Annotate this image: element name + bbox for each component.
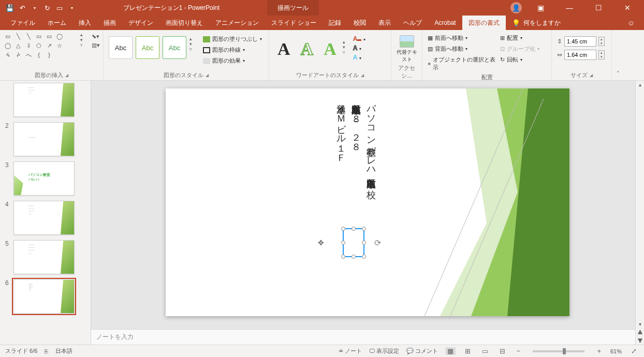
zoom-in-button[interactable]: + — [595, 347, 603, 355]
comments-button[interactable]: 💬 コメント — [406, 347, 438, 355]
dialog-launcher-icon[interactable]: ◢ — [361, 73, 364, 78]
tab-design[interactable]: デザイン — [122, 16, 159, 30]
height-input[interactable] — [564, 36, 596, 47]
tab-animations[interactable]: アニメーション — [209, 16, 265, 30]
wordart-more[interactable]: ▴▾▿ — [342, 32, 351, 55]
slideshow-view-icon[interactable]: ⊟ — [497, 347, 507, 355]
slide-thumbnail[interactable]: ││││││││ — [13, 279, 75, 314]
slide-text-line2[interactable]: 広島県広島市中区本通り８－２８ — [349, 98, 363, 146]
wordart-swatch[interactable]: A — [324, 39, 336, 59]
tab-file[interactable]: ファイル — [4, 16, 41, 30]
minimize-button[interactable]: — — [559, 4, 580, 12]
group-button[interactable]: ⊡グループ化 ▾ — [498, 44, 541, 54]
wordart-swatch[interactable]: A — [277, 39, 290, 59]
account-avatar[interactable]: 👤 — [510, 2, 522, 13]
undo-icon[interactable]: ↶ — [19, 4, 26, 11]
tab-view[interactable]: 表示 — [372, 16, 397, 30]
slide-sorter-icon[interactable]: ⊞ — [463, 347, 473, 355]
undo-dropdown-icon[interactable]: ▾ — [31, 4, 38, 11]
notes-button[interactable]: ≐ ノート — [339, 347, 362, 355]
redo-icon[interactable]: ↻ — [43, 4, 51, 11]
wordart-gallery[interactable]: A A A — [272, 32, 342, 66]
slide-thumbnail[interactable]: ────────── — [13, 83, 75, 117]
resize-handle[interactable] — [352, 227, 356, 231]
text-outline-button[interactable]: A ▾ — [353, 44, 365, 52]
send-backward-button[interactable]: ▧背面へ移動 ▾ — [426, 44, 498, 54]
height-field[interactable]: ⇕ ▴▾ — [557, 36, 605, 47]
shape-style-swatch[interactable]: Abc — [109, 36, 133, 59]
align-button[interactable]: ⊞配置 ▾ — [498, 33, 541, 43]
textbox-icon[interactable]: ▥▾ — [92, 42, 100, 49]
width-input[interactable] — [564, 50, 596, 60]
slide-thumbnail[interactable]: パソコン教室パレハ — [13, 161, 75, 196]
normal-view-icon[interactable]: ▦ — [445, 347, 456, 355]
maximize-button[interactable]: ☐ — [588, 4, 609, 12]
tab-acrobat[interactable]: Acrobat — [428, 16, 462, 30]
alt-text-button[interactable]: 代替テキスト — [395, 32, 419, 63]
slide-text-line1[interactable]: パソコン教室パレハ広島市中区本通り校 — [364, 98, 378, 183]
tab-insert[interactable]: 挿入 — [72, 16, 97, 30]
shapes-gallery[interactable]: ▭╲╲▭▭◯ ◯△⇩⬠↗☆ ᔦᔨへ{} — [3, 32, 79, 59]
save-icon[interactable]: 💾 — [6, 4, 13, 11]
slide-counter[interactable]: スライド 6/6 — [5, 347, 37, 355]
slide-thumbnail[interactable]: ────────────── — [13, 201, 75, 235]
resize-handle[interactable] — [341, 255, 345, 259]
scroll-up-icon[interactable]: ▴ — [639, 81, 641, 88]
tab-home[interactable]: ホーム — [41, 16, 72, 30]
tab-review[interactable]: 校閲 — [347, 16, 372, 30]
shape-style-swatch[interactable]: Abc — [136, 36, 159, 59]
dialog-launcher-icon[interactable]: ◢ — [590, 73, 593, 78]
bring-forward-button[interactable]: ▦前面へ移動 ▾ — [426, 33, 498, 43]
tab-record[interactable]: 記録 — [323, 16, 347, 30]
selected-shape[interactable]: ⟳ ✥ — [343, 228, 364, 257]
notes-pane[interactable]: ノートを入力 — [91, 329, 644, 345]
shape-outline-button[interactable]: 図形の枠線 ▾ — [201, 45, 264, 55]
slide[interactable]: パソコン教室パレハ広島市中区本通り校 広島県広島市中区本通り８－２８ 本通りＭビ… — [166, 88, 569, 316]
prev-slide-icon[interactable]: ⯅ — [637, 328, 643, 336]
spellcheck-icon[interactable]: ⎘ — [45, 348, 48, 354]
dialog-launcher-icon[interactable]: ◢ — [65, 73, 68, 78]
shape-textbox-icon[interactable]: ▭ — [3, 32, 12, 40]
tab-help[interactable]: ヘルプ — [397, 16, 428, 30]
vertical-scrollbar[interactable]: ▴ ▾ ⯅ ⯆ — [635, 81, 644, 345]
wordart-swatch[interactable]: A — [301, 39, 314, 59]
resize-handle[interactable] — [341, 227, 345, 231]
shape-style-swatch[interactable]: Abc — [163, 36, 186, 59]
selection-pane-button[interactable]: ⌖オブジェクトの選択と表示 — [426, 55, 498, 72]
shape-style-more[interactable]: ▴▾▿ — [188, 32, 198, 52]
rotate-handle[interactable]: ⟳ — [374, 238, 381, 248]
slide-text-line3[interactable]: 本通りＭビル１Ｆ — [334, 98, 348, 157]
tab-transitions[interactable]: 画面切り替え — [159, 16, 209, 30]
next-slide-icon[interactable]: ⯆ — [637, 336, 643, 345]
reading-view-icon[interactable]: ▭ — [480, 347, 490, 355]
text-effects-button[interactable]: A ▾ — [353, 54, 365, 61]
tab-shape-format[interactable]: 図形の書式 — [462, 16, 506, 30]
resize-handle[interactable] — [341, 241, 345, 245]
zoom-level[interactable]: 61% — [610, 348, 622, 354]
width-spinner[interactable]: ▴▾ — [598, 50, 605, 60]
canvas[interactable]: パソコン教室パレハ広島市中区本通り校 広島県広島市中区本通り８－２８ 本通りＭビ… — [91, 81, 644, 329]
slide-thumbnails-panel[interactable]: ────────── 2───── 3パソコン教室パレハ 4──────────… — [0, 81, 91, 345]
dialog-launcher-icon[interactable]: ◢ — [206, 73, 209, 78]
ribbon-display-icon[interactable]: ▣ — [530, 4, 551, 12]
language-indicator[interactable]: 日本語 — [55, 347, 72, 355]
width-field[interactable]: ⇔ ▴▾ — [557, 50, 605, 60]
resize-handle[interactable] — [362, 255, 366, 259]
close-button[interactable]: ✕ — [617, 4, 638, 12]
collapse-ribbon-button[interactable]: ˄ — [612, 30, 624, 80]
fit-to-window-icon[interactable]: ⤢ — [629, 347, 639, 355]
zoom-out-button[interactable]: − — [515, 347, 523, 355]
zoom-slider[interactable] — [533, 350, 584, 352]
rotate-button[interactable]: ↻回転 ▾ — [498, 55, 541, 65]
resize-handle[interactable] — [352, 255, 356, 259]
resize-handle[interactable] — [362, 241, 366, 245]
height-spinner[interactable]: ▴▾ — [598, 37, 605, 46]
display-settings-button[interactable]: 🖵 表示設定 — [369, 347, 399, 355]
qat-more-icon[interactable]: ▾ — [68, 4, 76, 11]
start-from-beginning-icon[interactable]: ▭ — [56, 4, 63, 11]
shape-fill-button[interactable]: 図形の塗りつぶし ▾ — [201, 34, 264, 44]
scroll-down-icon[interactable]: ▾ — [639, 320, 641, 328]
edit-shape-icon[interactable]: ⬊▾ — [92, 33, 100, 40]
share-button[interactable]: ☺ — [618, 16, 644, 30]
text-fill-button[interactable]: A ▾ — [353, 35, 365, 42]
